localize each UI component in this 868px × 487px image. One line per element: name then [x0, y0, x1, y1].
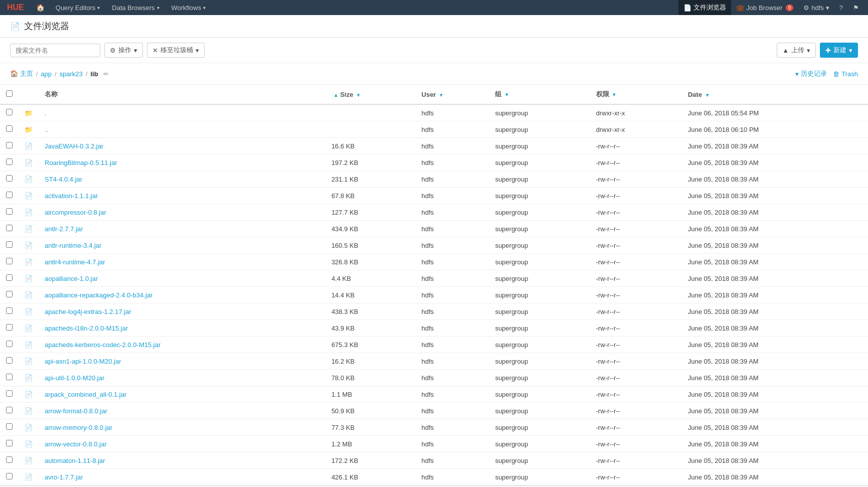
- file-link[interactable]: JavaEWAH-0.3.2.jar: [45, 142, 103, 150]
- nav-query-editors[interactable]: Query Editors ▾: [50, 0, 106, 15]
- file-link[interactable]: arrow-format-0.8.0.jar: [45, 407, 107, 415]
- file-link[interactable]: ST4-4.0.4.jar: [45, 176, 82, 183]
- file-type-icon: 📄: [19, 138, 39, 154]
- nav-job-browser[interactable]: 💼 Job Browser 9: [731, 0, 798, 15]
- file-link[interactable]: aircompressor-0.8.jar: [45, 209, 106, 216]
- row-checkbox-cell[interactable]: [0, 171, 19, 188]
- row-checkbox-cell[interactable]: [0, 204, 19, 221]
- file-link[interactable]: apacheds-i18n-2.0.0-M15.jar: [45, 324, 128, 332]
- nav-hdfs[interactable]: ⚙ hdfs ▾: [798, 0, 834, 15]
- row-checkbox-cell[interactable]: [0, 270, 19, 287]
- file-link[interactable]: aopalliance-1.0.jar: [45, 275, 98, 282]
- row-checkbox[interactable]: [6, 423, 13, 430]
- row-checkbox-cell[interactable]: [0, 221, 19, 237]
- breadcrumb-app[interactable]: app: [41, 70, 52, 78]
- row-checkbox[interactable]: [6, 258, 13, 264]
- row-checkbox[interactable]: [6, 125, 13, 132]
- file-link[interactable]: ..: [45, 126, 48, 133]
- row-checkbox-cell[interactable]: [0, 121, 19, 138]
- row-checkbox[interactable]: [6, 142, 13, 148]
- row-checkbox[interactable]: [6, 341, 13, 347]
- file-link[interactable]: antlr-2.7.7.jar: [45, 225, 83, 233]
- row-checkbox-cell[interactable]: [0, 452, 19, 469]
- file-link[interactable]: apacheds-kerberos-codec-2.0.0-M15.jar: [45, 341, 160, 349]
- user-header[interactable]: User ▾: [416, 85, 489, 104]
- row-checkbox[interactable]: [6, 274, 13, 281]
- file-link[interactable]: api-util-1.0.0-M20.jar: [45, 374, 104, 382]
- file-link[interactable]: RoaringBitmap-0.5.11.jar: [45, 159, 117, 167]
- row-checkbox[interactable]: [6, 407, 13, 413]
- actions-label: 操作: [118, 46, 131, 55]
- file-link[interactable]: activation-1.1.1.jar: [45, 192, 98, 200]
- row-checkbox-cell[interactable]: [0, 370, 19, 386]
- select-all-checkbox[interactable]: [6, 90, 13, 97]
- file-link[interactable]: arpack_combined_all-0.1.jar: [45, 391, 126, 398]
- breadcrumb-spark23[interactable]: spark23: [60, 70, 83, 78]
- file-link[interactable]: avro-1.7.7.jar: [45, 473, 83, 481]
- row-checkbox-cell[interactable]: [0, 403, 19, 419]
- search-input[interactable]: [10, 44, 100, 57]
- file-link[interactable]: aopalliance-repackaged-2.4.0-b34.jar: [45, 291, 152, 299]
- flag-button[interactable]: ⚑: [848, 0, 864, 15]
- date-header[interactable]: Date ▾: [682, 85, 868, 104]
- row-checkbox[interactable]: [6, 291, 13, 297]
- row-checkbox[interactable]: [6, 175, 13, 182]
- trash-link[interactable]: 🗑 Trash: [833, 70, 858, 78]
- actions-button[interactable]: ⚙ 操作 ▾: [104, 43, 143, 58]
- row-checkbox[interactable]: [6, 357, 13, 364]
- select-all-header[interactable]: [0, 85, 19, 104]
- file-link[interactable]: antlr-runtime-3.4.jar: [45, 242, 101, 249]
- row-checkbox-cell[interactable]: [0, 303, 19, 320]
- row-checkbox-cell[interactable]: [0, 386, 19, 403]
- file-link[interactable]: arrow-memory-0.8.0.jar: [45, 424, 112, 431]
- upload-button[interactable]: ▲ 上传 ▾: [777, 43, 816, 58]
- nav-workflows[interactable]: Workflows ▾: [165, 0, 212, 15]
- name-header[interactable]: 名称: [39, 85, 325, 104]
- row-checkbox-cell[interactable]: [0, 104, 19, 121]
- nav-file-browser[interactable]: 📄 文件浏览器: [678, 0, 731, 15]
- edit-icon[interactable]: ✏: [103, 70, 109, 78]
- row-checkbox[interactable]: [6, 473, 13, 479]
- row-checkbox[interactable]: [6, 307, 13, 314]
- row-checkbox[interactable]: [6, 440, 13, 446]
- row-checkbox[interactable]: [6, 241, 13, 248]
- file-link[interactable]: antlr4-runtime-4.7.jar: [45, 258, 105, 266]
- home-breadcrumb[interactable]: 🏠 主页: [10, 69, 33, 78]
- size-header[interactable]: ▲ Size ▾: [325, 85, 416, 104]
- file-link[interactable]: api-asn1-api-1.0.0-M20.jar: [45, 358, 121, 365]
- file-link[interactable]: .: [45, 109, 47, 117]
- row-checkbox-cell[interactable]: [0, 138, 19, 154]
- row-checkbox-cell[interactable]: [0, 419, 19, 436]
- row-checkbox[interactable]: [6, 208, 13, 215]
- row-checkbox-cell[interactable]: [0, 287, 19, 303]
- new-button[interactable]: ✚ 新建 ▾: [820, 43, 858, 58]
- move-trash-button[interactable]: ✕ 移至垃圾桶 ▾: [147, 43, 205, 58]
- permissions-header[interactable]: 权限 ▾: [590, 85, 682, 104]
- row-checkbox[interactable]: [6, 225, 13, 231]
- group-header[interactable]: 组 ▾: [489, 85, 590, 104]
- nav-data-browsers[interactable]: Data Browsers ▾: [106, 0, 165, 15]
- file-link[interactable]: arrow-vector-0.8.0.jar: [45, 440, 107, 448]
- history-link[interactable]: ▾ 历史记录: [795, 69, 827, 78]
- row-checkbox[interactable]: [6, 374, 13, 380]
- help-icon: ?: [839, 4, 843, 12]
- row-checkbox-cell[interactable]: [0, 188, 19, 204]
- file-link[interactable]: apache-log4j-extras-1.2.17.jar: [45, 308, 131, 315]
- row-checkbox-cell[interactable]: [0, 237, 19, 254]
- home-button[interactable]: 🏠: [31, 4, 50, 12]
- file-link[interactable]: automaton-1.11-8.jar: [45, 457, 105, 464]
- help-button[interactable]: ?: [834, 0, 848, 15]
- row-checkbox[interactable]: [6, 324, 13, 331]
- row-checkbox-cell[interactable]: [0, 337, 19, 353]
- row-checkbox-cell[interactable]: [0, 154, 19, 171]
- row-checkbox[interactable]: [6, 192, 13, 198]
- row-checkbox[interactable]: [6, 456, 13, 463]
- row-checkbox-cell[interactable]: [0, 254, 19, 270]
- row-checkbox-cell[interactable]: [0, 436, 19, 452]
- row-checkbox[interactable]: [6, 390, 13, 397]
- row-checkbox-cell[interactable]: [0, 353, 19, 370]
- row-checkbox[interactable]: [6, 158, 13, 165]
- row-checkbox-cell[interactable]: [0, 469, 19, 485]
- row-checkbox[interactable]: [6, 109, 13, 115]
- row-checkbox-cell[interactable]: [0, 320, 19, 337]
